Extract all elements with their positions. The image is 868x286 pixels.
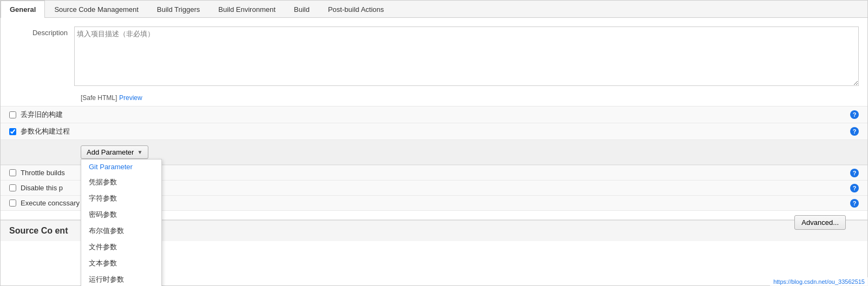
safe-html-label: [Safe HTML]: [81, 94, 117, 102]
discard-old-row: 丢弃旧的构建 ?: [1, 106, 867, 123]
advanced-button[interactable]: Advanced...: [794, 215, 846, 230]
safe-html-row: [Safe HTML] Preview: [1, 92, 867, 106]
tab-build-environment[interactable]: Build Environment: [209, 1, 285, 18]
content-area: Description [Safe HTML] Preview 丢弃旧的构建 ?…: [1, 18, 867, 271]
tab-bar: General Source Code Management Build Tri…: [1, 1, 867, 18]
discard-old-checkbox[interactable]: [9, 111, 16, 118]
parametrize-help-icon[interactable]: ?: [850, 127, 859, 136]
dropdown-item-cred-param[interactable]: 凭据参数: [81, 174, 161, 190]
source-code-subtitle: ent: [55, 226, 68, 235]
discard-old-help-icon[interactable]: ?: [850, 110, 859, 119]
dropdown-item-char-param[interactable]: 字符参数: [81, 190, 161, 207]
radio-row: T: [81, 245, 859, 258]
add-parameter-arrow: ▼: [137, 149, 142, 155]
dropdown-item-file-param[interactable]: 文件参数: [81, 239, 161, 255]
description-label: Description: [9, 26, 74, 37]
description-input[interactable]: [74, 26, 859, 86]
parametrize-label: 参数化构建过程: [21, 127, 70, 136]
description-row: Description: [1, 26, 867, 86]
tab-general[interactable]: General: [1, 1, 45, 18]
dropdown-item-bool-param[interactable]: 布尔值参数: [81, 223, 161, 239]
disable-label: Disable this p: [21, 184, 63, 192]
discard-old-label: 丢弃旧的构建: [21, 110, 63, 119]
add-parameter-button[interactable]: Add Parameter ▼: [81, 145, 148, 159]
disable-help-icon[interactable]: ?: [850, 184, 859, 192]
execute-checkbox[interactable]: [9, 199, 16, 207]
source-code-title: Source Co: [9, 226, 53, 235]
parametrize-checkbox[interactable]: [9, 128, 16, 135]
execute-help-icon[interactable]: ?: [850, 199, 859, 208]
add-parameter-label: Add Parameter: [87, 148, 134, 156]
dropdown-item-text-param[interactable]: 文本参数: [81, 255, 161, 271]
tab-post-build-actions[interactable]: Post-build Actions: [319, 1, 393, 18]
param-section: Add Parameter ▼ Git Parameter 凭据参数 字符参数 …: [1, 140, 867, 165]
dropdown-item-runtime-param[interactable]: 运行时参数: [81, 271, 161, 286]
execute-label: Execute concssary: [21, 199, 80, 207]
disable-checkbox[interactable]: [9, 184, 16, 191]
tab-build[interactable]: Build: [285, 1, 319, 18]
throttle-help-icon[interactable]: ?: [850, 169, 859, 177]
parametrize-row: 参数化构建过程 ?: [1, 123, 867, 140]
main-container: General Source Code Management Build Tri…: [0, 0, 868, 286]
preview-link[interactable]: Preview: [119, 94, 142, 102]
footer-url: https://blog.csdn.net/ou_33562515: [770, 277, 868, 286]
throttle-label: Throttle builds: [21, 169, 65, 177]
dropdown-item-pwd-param[interactable]: 密码参数: [81, 207, 161, 223]
tab-source-code-management[interactable]: Source Code Management: [45, 1, 147, 18]
throttle-checkbox[interactable]: [9, 169, 16, 176]
add-param-wrapper: Add Parameter ▼ Git Parameter 凭据参数 字符参数 …: [81, 145, 148, 159]
dropdown-item-git-param[interactable]: Git Parameter: [81, 159, 161, 174]
add-parameter-dropdown: Git Parameter 凭据参数 字符参数 密码参数 布尔值参数 文件参数 …: [81, 159, 162, 286]
tab-build-triggers[interactable]: Build Triggers: [148, 1, 209, 18]
